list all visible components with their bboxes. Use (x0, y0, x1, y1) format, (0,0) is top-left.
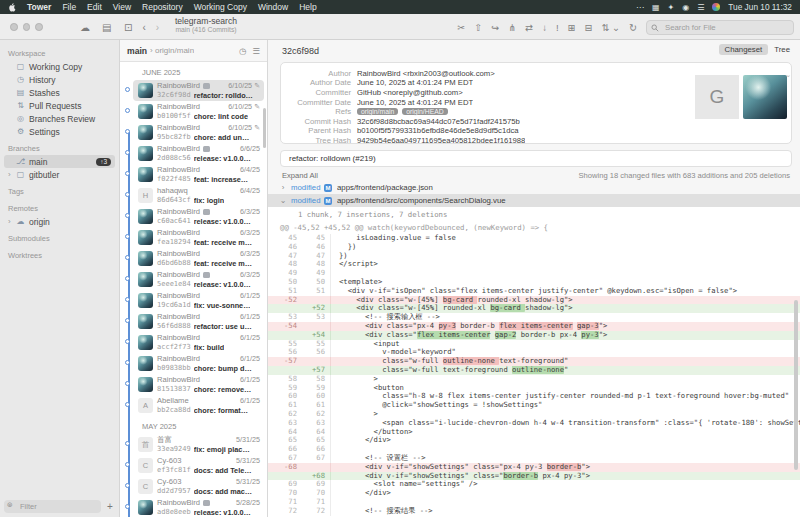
expand-all-button[interactable]: Expand All (282, 171, 318, 180)
sidebar-item-gitbutler[interactable]: ›▢gitbutler (4, 168, 115, 181)
close-window-button[interactable] (10, 23, 18, 31)
diff-code: class="w-full text-foreground outline-no… (330, 366, 800, 375)
filter-field[interactable]: ⊜ (4, 500, 101, 513)
minimize-window-button[interactable] (23, 23, 31, 31)
upstream-branch-label[interactable]: › origin/main (150, 46, 194, 55)
commit-row[interactable]: AAbellame6/1/25bb2ca88dchore: format… (133, 395, 264, 416)
file-row[interactable]: ›modifiedMapps/frontend/package.json (268, 181, 800, 194)
history-clock-icon[interactable]: ◷ (239, 46, 246, 56)
chevron-right-icon[interactable]: › (278, 183, 288, 192)
commit-row[interactable]: RainbowBird6/3/255eee1e84release: v1.0.0… (133, 269, 264, 290)
print-icon[interactable]: ▤ (102, 22, 111, 33)
conflict-icon[interactable]: ! (556, 22, 559, 33)
menu-item-window[interactable]: Window (258, 2, 288, 12)
share-icon[interactable]: ⇧ (474, 22, 482, 33)
commit-row[interactable]: Hhahaqwq6/4/2586d643cffix: login (133, 185, 264, 206)
more-menu-icon[interactable]: ⋯ (636, 3, 644, 12)
commit-row[interactable]: 首首富5/31/2533ea9249fix: emoji plac… (133, 434, 264, 455)
apple-logo-icon[interactable] (8, 2, 16, 12)
avatar (138, 83, 153, 98)
commit-line1: RainbowBird6/3/25 (157, 228, 260, 238)
graph-node-icon (125, 255, 130, 260)
add-repository-button[interactable]: + (105, 501, 115, 512)
snapshot-icon[interactable]: ⊟ (585, 22, 593, 33)
window-title: telegram-search main (416 Commits) (150, 17, 262, 34)
commit-row[interactable]: RainbowBird5/28/25ad8e8eebrelease: v1.0.… (133, 497, 264, 517)
menu-item-file[interactable]: File (62, 2, 76, 12)
service-icon[interactable]: ✂ (457, 22, 465, 33)
commit-list-scrollbar[interactable] (263, 108, 266, 148)
current-branch-label[interactable]: main (127, 46, 147, 56)
merge-icon[interactable]: ⋔ (508, 22, 516, 33)
commit-list-panel: main › origin/main ◷☰ JUNE 2025RainbowBi… (120, 40, 268, 517)
changeset-tab[interactable]: Changeset (719, 44, 769, 55)
commit-row[interactable]: RainbowBird6/10/25✎b0100f5fchore: lint c… (133, 101, 264, 122)
filter-input[interactable] (18, 500, 99, 513)
cloud-icon[interactable]: ☁ (80, 22, 90, 33)
refresh-icon[interactable]: ↻ (629, 22, 637, 33)
sidebar-item-branches-review[interactable]: ◎Branches Review (4, 112, 115, 125)
list-options-icon[interactable]: ☰ (252, 46, 260, 56)
sidebar-item-history[interactable]: ◷History (4, 73, 115, 86)
pinwheel-icon[interactable] (712, 3, 720, 11)
sidebar-item-pull-requests[interactable]: ⇅Pull Requests (4, 99, 115, 112)
menu-item-repository[interactable]: Repository (142, 2, 183, 12)
commit-line1: RainbowBird6/1/25 (157, 375, 260, 385)
menubar-clock[interactable]: Tue Jun 10 11:32 (728, 2, 792, 12)
menu-item-tower[interactable]: Tower (27, 2, 51, 12)
commit-author: RainbowBird (157, 207, 200, 216)
commit-row[interactable]: RainbowBird6/1/2519cd6a1dfix: vue-sonne… (133, 290, 264, 311)
diff-code: <div class="flex items-center gap-2 bord… (330, 331, 800, 340)
sidebar-item-origin[interactable]: ›☁origin (4, 215, 115, 228)
stash-icon[interactable]: ↓ (542, 22, 547, 33)
diff-toolbar-row: Expand All Showing 18 changed files with… (282, 171, 790, 180)
menu-item-help[interactable]: Help (299, 2, 316, 12)
commit-list-header-icons: ◷☰ (239, 46, 260, 56)
commit-row[interactable]: CCy-6035/31/25ef3fc81fdocs: add Tele… (133, 455, 264, 476)
zoom-window-button[interactable] (35, 23, 43, 31)
view-toggle: Changeset Tree (719, 44, 790, 55)
avatar (138, 314, 153, 329)
commit-row[interactable]: RainbowBird6/3/25c60ac641release: v1.0.0… (133, 206, 264, 227)
chevron-down-icon[interactable]: ⌄ (278, 196, 288, 205)
commit-row[interactable]: RainbowBird6/1/2581513837chore: remove… (133, 374, 264, 395)
commit-row[interactable]: RainbowBird6/10/25✎95bc82fbchore: add un… (133, 122, 264, 143)
chevron-down-icon[interactable]: ⌄ (785, 71, 791, 79)
pull-push-menu-icon[interactable]: ⇅ ⌄ (601, 22, 620, 33)
sync-icon[interactable]: ⇄ (525, 22, 533, 33)
app-status-icon[interactable]: ✦ (667, 3, 674, 12)
commit-meta-card: AuthorRainbowBird <rbxin2003@outlook.com… (280, 62, 792, 144)
commit-row[interactable]: RainbowBird6/6/252d088c56release: v1.0.0… (133, 143, 264, 164)
sidebar-item-working-copy[interactable]: ▢Working Copy (4, 60, 115, 73)
display-icon[interactable]: ▦ (652, 3, 660, 12)
commit-text: RainbowBird6/1/2581513837chore: remove… (157, 375, 260, 394)
apply-icon[interactable]: ↪ (491, 22, 499, 33)
commit-row[interactable]: CCy-6035/31/25dd2d7957docs: add mac… (133, 476, 264, 497)
meta-label: Committer (289, 88, 351, 97)
sidebar-item-stashes[interactable]: ▤Stashes (4, 86, 115, 99)
archive-icon[interactable]: ⊞ (568, 22, 576, 33)
user-switch-icon[interactable]: ☰ (697, 3, 704, 12)
commit-line2: 2d088c56release: v1.0.0… (157, 154, 260, 164)
file-search-field[interactable] (646, 20, 794, 35)
sidebar-item-settings[interactable]: ⚙Settings (4, 125, 115, 138)
commit-row[interactable]: RainbowBird6/3/25d6bd6b88feat: receive m… (133, 248, 264, 269)
search-input[interactable] (663, 21, 791, 34)
shield-icon[interactable]: ◉ (682, 3, 689, 12)
file-row[interactable]: ⌄modifiedMapps/frontend/src/components/S… (268, 194, 800, 207)
reveal-icon[interactable]: ⊡ (124, 22, 132, 33)
commit-row[interactable]: RainbowBird6/1/25accf2f73fix: build (133, 332, 264, 353)
menu-item-edit[interactable]: Edit (87, 2, 102, 12)
menu-item-view[interactable]: View (113, 2, 131, 12)
commit-row[interactable]: RainbowBird6/3/25fea18294feat: receive m… (133, 227, 264, 248)
commit-row[interactable]: RainbowBird6/4/25f022f485feat: increase… (133, 164, 264, 185)
meta-value: GitHub <noreply@github.com> (357, 88, 463, 97)
back-icon[interactable]: ‹ (142, 22, 145, 33)
commit-row[interactable]: RainbowBird6/1/25b09838bbchore: bump d… (133, 353, 264, 374)
sidebar-item-main[interactable]: ⎇main↑3 (4, 155, 115, 168)
commit-row[interactable]: RainbowBird6/10/25✎32c6f98drefactor: rol… (133, 80, 264, 101)
tree-tab[interactable]: Tree (774, 45, 790, 54)
diff-scrollbar[interactable] (794, 300, 798, 470)
menu-item-working-copy[interactable]: Working Copy (194, 2, 247, 12)
commit-row[interactable]: RainbowBird6/1/2556f6d888refactor: use u… (133, 311, 264, 332)
